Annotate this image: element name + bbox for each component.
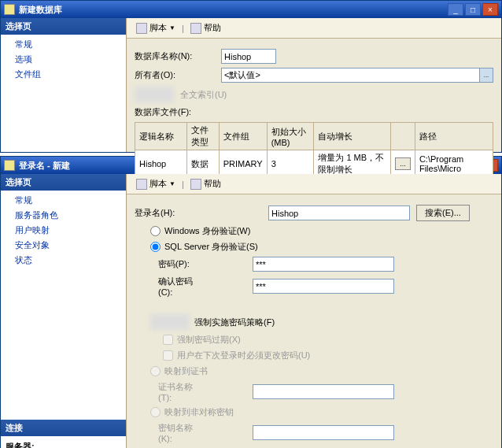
sidebar-header: 选择页 — [1, 174, 126, 191]
mapkey-label: 映射到非对称密钥 — [164, 406, 234, 418]
dbname-label: 数据库名称(N): — [135, 50, 221, 62]
blurred-area — [150, 314, 190, 330]
winauth-radio[interactable] — [150, 226, 161, 236]
sqlauth-label: SQL Server 身份验证(S) — [164, 241, 258, 253]
main-panel: 脚本 ▼ | 帮助 登录名(H): 搜索(E)... Windows 身份验证(… — [127, 174, 501, 448]
script-icon — [136, 179, 147, 190]
window-title: 新建数据库 — [19, 4, 448, 16]
maximize-button[interactable]: □ — [465, 3, 481, 16]
expire-label: 强制密码过期(X) — [177, 334, 241, 346]
password-label: 密码(P): — [135, 258, 205, 270]
search-button[interactable]: 搜索(E)... — [416, 205, 470, 221]
files-label: 数据库文件(F): — [135, 106, 221, 118]
mapkey-radio — [150, 407, 161, 417]
sidebar-item-status[interactable]: 状态 — [1, 253, 126, 268]
col-initsize[interactable]: 初始大小(MB) — [267, 123, 314, 150]
loginname-label: 登录名(H): — [135, 207, 221, 219]
main-panel: 脚本 ▼ | 帮助 数据库名称(N): 所有者(O): ... 全文索引(U) … — [127, 18, 501, 152]
enforce-policy-label: 强制实施密码策略(F) — [194, 317, 275, 328]
new-login-window: 登录名 - 新建 _ □ × 选择页 常规 服务器角色 用户映射 安全对象 状态… — [0, 156, 502, 448]
connection-panel: 连接 服务器: CCF-B53854B81AA\SQLEXPRESS 连接: s… — [1, 420, 126, 448]
winauth-label: Windows 身份验证(W) — [164, 225, 250, 237]
sidebar-item-securables[interactable]: 安全对象 — [1, 238, 126, 253]
col-logicalname[interactable]: 逻辑名称 — [135, 123, 187, 150]
toolbar: 脚本 ▼ | 帮助 — [127, 174, 501, 194]
titlebar[interactable]: 新建数据库 _ □ × — [1, 1, 501, 18]
owner-browse-button[interactable]: ... — [480, 68, 493, 83]
certname-input — [253, 384, 394, 399]
keyname-input — [253, 425, 394, 440]
script-button[interactable]: 脚本 ▼ — [133, 21, 179, 35]
blurred-area — [135, 87, 174, 102]
script-icon — [136, 23, 147, 34]
loginname-input[interactable] — [268, 205, 410, 220]
expire-checkbox — [163, 335, 173, 345]
help-button[interactable]: 帮助 — [187, 21, 224, 35]
login-icon — [4, 160, 15, 171]
sidebar-item-serverroles[interactable]: 服务器角色 — [1, 208, 126, 223]
confirm-password-input[interactable] — [253, 279, 394, 294]
sidebar-item-general[interactable]: 常规 — [1, 37, 126, 52]
mustchange-checkbox — [163, 350, 173, 361]
owner-input[interactable] — [221, 68, 480, 83]
growth-edit-button[interactable]: ... — [395, 157, 411, 170]
minimize-button[interactable]: _ — [448, 3, 463, 16]
fulltext-label: 全文索引(U) — [180, 89, 227, 101]
toolbar: 脚本 ▼ | 帮助 — [127, 18, 501, 39]
sidebar-item-filegroups[interactable]: 文件组 — [1, 67, 126, 82]
help-button[interactable]: 帮助 — [187, 177, 224, 191]
sidebar-item-general[interactable]: 常规 — [1, 193, 126, 208]
keyname-label: 密钥名称(K): — [135, 422, 205, 443]
col-autogrow[interactable]: 自动增长 — [314, 123, 391, 150]
dbname-input[interactable] — [221, 49, 276, 64]
new-database-window: 新建数据库 _ □ × 选择页 常规 选项 文件组 脚本 ▼ | 帮助 数据库名… — [0, 0, 502, 153]
sidebar-item-options[interactable]: 选项 — [1, 52, 126, 67]
sidebar-header: 选择页 — [1, 18, 126, 35]
close-button[interactable]: × — [482, 3, 498, 16]
connection-header: 连接 — [1, 420, 126, 436]
password-input[interactable] — [253, 257, 394, 272]
confirm-password-label: 确认密码(C): — [135, 276, 205, 297]
col-filegroup[interactable]: 文件组 — [219, 123, 267, 150]
sidebar-item-usermapping[interactable]: 用户映射 — [1, 223, 126, 238]
help-icon — [190, 179, 201, 190]
mapcert-radio — [150, 366, 161, 376]
help-icon — [190, 23, 201, 34]
sqlauth-radio[interactable] — [150, 242, 161, 252]
sidebar: 选择页 常规 服务器角色 用户映射 安全对象 状态 连接 服务器: CCF-B5… — [1, 174, 127, 448]
mapcert-label: 映射到证书 — [164, 365, 208, 377]
sidebar: 选择页 常规 选项 文件组 — [1, 18, 127, 152]
col-filetype[interactable]: 文件类型 — [187, 123, 220, 150]
col-path[interactable]: 路径 — [415, 123, 493, 150]
server-label: 服务器: — [6, 441, 121, 448]
owner-label: 所有者(O): — [135, 69, 221, 81]
certname-label: 证书名称(T): — [135, 381, 205, 402]
script-button[interactable]: 脚本 ▼ — [133, 177, 179, 191]
col-btn — [390, 123, 415, 150]
mustchange-label: 用户在下次登录时必须更改密码(U) — [177, 350, 310, 361]
db-icon — [4, 4, 15, 15]
